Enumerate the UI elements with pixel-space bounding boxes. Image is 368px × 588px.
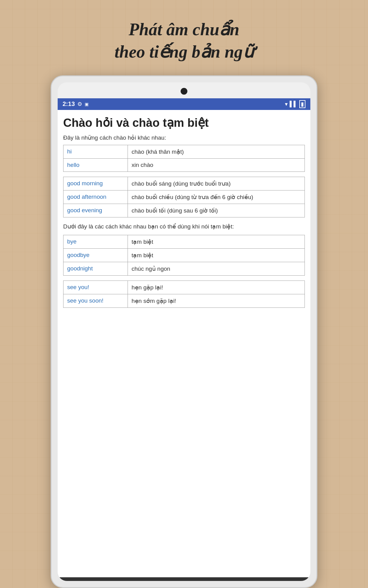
def-bye: tạm biệt bbox=[128, 235, 305, 248]
def-hello: xin chào bbox=[128, 159, 305, 172]
subtitle-text: Đây là những cách chào hỏi khác nhau: bbox=[63, 134, 305, 141]
table-row: good evening chào buổi tối (dùng sau 6 g… bbox=[63, 204, 305, 217]
device-top-bar bbox=[58, 82, 310, 98]
wifi-icon: ▾ bbox=[285, 101, 288, 107]
word-hi[interactable]: hi bbox=[63, 145, 128, 159]
status-left: 2:13 ⚙ ▣ bbox=[63, 100, 89, 107]
def-goodbye: tạm biệt bbox=[128, 248, 305, 262]
word-good-evening[interactable]: good evening bbox=[63, 204, 128, 217]
desc-farewell: Dưới đây là các cách khác nhau bạn có th… bbox=[63, 222, 305, 231]
table-greetings-time: good morning chào buổi sáng (dùng trước … bbox=[63, 177, 305, 217]
def-good-evening: chào buổi tối (dùng sau 6 giờ tối) bbox=[128, 204, 305, 217]
device-frame: 2:13 ⚙ ▣ ▾ ▌▌ ▮ Chào hỏi và chào tạm biệ… bbox=[51, 75, 317, 588]
def-goodnight: chúc ngủ ngon bbox=[128, 262, 305, 275]
word-goodnight[interactable]: goodnight bbox=[63, 262, 128, 275]
word-goodbye[interactable]: goodbye bbox=[63, 248, 128, 262]
content-area: Chào hỏi và chào tạm biệt Đây là những c… bbox=[58, 110, 310, 577]
table-row: hi chào (khá thân mật) bbox=[63, 145, 305, 159]
signal-icon: ▌▌ bbox=[289, 101, 297, 107]
battery-icon: ▮ bbox=[299, 100, 305, 108]
table-row: good morning chào buổi sáng (dùng trước … bbox=[63, 177, 305, 190]
main-title: Chào hỏi và chào tạm biệt bbox=[63, 116, 305, 130]
status-right: ▾ ▌▌ ▮ bbox=[285, 100, 305, 108]
status-bar: 2:13 ⚙ ▣ ▾ ▌▌ ▮ bbox=[58, 98, 310, 110]
def-see-you-soon: hẹn sớm gặp lại! bbox=[128, 294, 305, 307]
word-good-morning[interactable]: good morning bbox=[63, 177, 128, 190]
table-farewell: bye tạm biệt goodbye tạm biệt goodnight … bbox=[63, 235, 305, 276]
table-seeyou: see you! hẹn gặp lại! see you soon! hẹn … bbox=[63, 281, 305, 308]
def-good-morning: chào buổi sáng (dùng trước buổi trưa) bbox=[128, 177, 305, 190]
gear-icon: ⚙ bbox=[77, 101, 82, 107]
table-row: hello xin chào bbox=[63, 159, 305, 172]
table-row: goodnight chúc ngủ ngon bbox=[63, 262, 305, 275]
table-row: bye tạm biệt bbox=[63, 235, 305, 248]
word-good-afternoon[interactable]: good afternoon bbox=[63, 190, 128, 204]
def-hi: chào (khá thân mật) bbox=[128, 145, 305, 159]
device-inner: 2:13 ⚙ ▣ ▾ ▌▌ ▮ Chào hỏi và chào tạm biệ… bbox=[58, 82, 310, 581]
table-greetings-basic: hi chào (khá thân mật) hello xin chào bbox=[63, 145, 305, 172]
table-row: see you soon! hẹn sớm gặp lại! bbox=[63, 294, 305, 307]
word-hello[interactable]: hello bbox=[63, 159, 128, 172]
page-title: Phát âm chuẩn theo tiếng bản ngữ bbox=[114, 18, 253, 63]
word-see-you-soon[interactable]: see you soon! bbox=[63, 294, 128, 307]
camera bbox=[181, 88, 187, 95]
table-row: good afternoon chào buổi chiều (dùng từ … bbox=[63, 190, 305, 204]
table-row: see you! hẹn gặp lại! bbox=[63, 281, 305, 294]
table-row: goodbye tạm biệt bbox=[63, 248, 305, 262]
status-time: 2:13 bbox=[63, 100, 75, 107]
bottom-bar bbox=[58, 577, 310, 581]
sim-icon: ▣ bbox=[85, 102, 89, 107]
word-see-you[interactable]: see you! bbox=[63, 281, 128, 294]
def-see-you: hẹn gặp lại! bbox=[128, 281, 305, 294]
def-good-afternoon: chào buổi chiều (dùng từ trưa đến 6 giờ … bbox=[128, 190, 305, 204]
word-bye[interactable]: bye bbox=[63, 235, 128, 248]
